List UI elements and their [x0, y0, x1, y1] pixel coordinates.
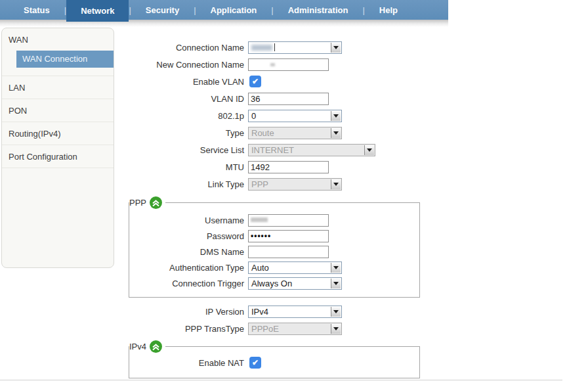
dms-name-input[interactable]: [248, 246, 329, 258]
sidebar-item-lan[interactable]: LAN: [2, 76, 114, 99]
dropdown-arrow-icon: [331, 179, 341, 189]
vlan-id-value: 36: [251, 94, 260, 104]
redacted-text: [251, 45, 272, 51]
redacted-text: [270, 63, 275, 66]
type-value: Route: [251, 128, 274, 138]
new-connection-name-input[interactable]: [248, 58, 329, 71]
sidebar-group-port-config: Port Configuration: [2, 145, 114, 168]
dropdown-arrow-icon: [331, 324, 341, 334]
link-type-select: PPP: [248, 178, 342, 191]
sidebar-group-lan: LAN: [2, 76, 114, 99]
form-row: PPP TransType PPPoE: [0, 320, 588, 337]
form-row: Authentication Type Auto: [129, 260, 419, 275]
collapse-section-icon[interactable]: [150, 340, 162, 353]
authentication-type-label: Authentication Type: [129, 263, 248, 273]
enable-vlan-checkbox[interactable]: ✔: [249, 76, 261, 87]
sidebar-item-wan-connection[interactable]: WAN Connection: [16, 51, 114, 68]
mtu-value: 1492: [251, 162, 270, 172]
sidebar-item-routing-ipv4[interactable]: Routing(IPv4): [2, 122, 114, 145]
tab-status[interactable]: Status: [9, 0, 64, 20]
service-list-select: INTERNET: [248, 144, 375, 156]
8021p-select[interactable]: 0: [248, 110, 342, 122]
ip-version-value: IPv4: [251, 307, 268, 317]
type-select: Route: [248, 127, 342, 139]
8021p-value: 0: [251, 111, 256, 121]
sidebar-group-routing: Routing(IPv4): [2, 122, 114, 145]
form-row: IP Version IPv4: [0, 303, 588, 320]
sidebar-group-pon: PON: [2, 99, 114, 122]
form-row: DMS Name: [129, 244, 419, 260]
sidebar-item-port-configuration[interactable]: Port Configuration: [2, 145, 114, 168]
checkmark-icon: ✔: [252, 358, 259, 367]
tab-administration[interactable]: Administration: [274, 0, 363, 20]
tab-network[interactable]: Network: [66, 0, 129, 22]
sidebar: WAN WAN Connection LAN PON Routing(IPv4)…: [1, 28, 114, 268]
link-type-value: PPP: [251, 179, 268, 189]
password-input[interactable]: ••••••: [248, 230, 329, 242]
password-value: ••••••: [251, 231, 271, 240]
form-row: Enable NAT ✔: [129, 355, 419, 371]
dropdown-arrow-icon[interactable]: [331, 43, 341, 53]
tab-security[interactable]: Security: [131, 0, 194, 20]
password-label: Password: [129, 231, 248, 241]
service-list-value: INTERNET: [251, 145, 294, 155]
enable-nat-checkbox[interactable]: ✔: [249, 357, 261, 369]
dropdown-arrow-icon: [331, 128, 341, 138]
sidebar-item-wan[interactable]: WAN: [2, 28, 114, 51]
dms-name-label: DMS Name: [129, 247, 248, 257]
ip-version-label: IP Version: [0, 307, 248, 317]
collapse-section-icon[interactable]: [150, 196, 162, 209]
authentication-type-value: Auto: [251, 263, 269, 273]
dropdown-arrow-icon[interactable]: [331, 263, 341, 273]
connection-trigger-select[interactable]: Always On: [248, 277, 342, 290]
checkmark-icon: ✔: [252, 77, 259, 86]
tab-help[interactable]: Help: [365, 0, 412, 20]
dropdown-arrow-icon[interactable]: [331, 279, 341, 288]
ppp-transtype-select: PPPoE: [248, 323, 342, 335]
username-input[interactable]: [248, 214, 329, 227]
authentication-type-select[interactable]: Auto: [248, 261, 342, 274]
text-caret: [274, 43, 275, 51]
ppp-transtype-label: PPP TransType: [0, 324, 248, 334]
enable-nat-label: Enable NAT: [129, 358, 248, 368]
ipv4-section-legend: IPv4: [129, 340, 165, 353]
username-label: Username: [129, 215, 248, 225]
vlan-id-input[interactable]: 36: [248, 93, 329, 105]
redacted-text: [251, 217, 268, 222]
bottom-divider: [0, 380, 562, 380]
ipv4-legend-text: IPv4: [129, 342, 146, 351]
sidebar-item-pon[interactable]: PON: [2, 99, 114, 122]
dropdown-arrow-icon: [364, 145, 374, 155]
form-row: Connection Trigger Always On: [129, 275, 419, 291]
connection-trigger-label: Connection Trigger: [129, 279, 248, 288]
dropdown-arrow-icon[interactable]: [331, 307, 341, 317]
top-navbar: Status | Network | Security | Applicatio…: [0, 0, 448, 20]
ppp-transtype-value: PPPoE: [251, 324, 279, 334]
ip-version-select[interactable]: IPv4: [248, 306, 342, 318]
form-row: Username: [129, 212, 419, 228]
ipv4-section: IPv4 Enable NAT ✔: [129, 346, 420, 378]
connection-name-select[interactable]: [248, 41, 342, 54]
dropdown-arrow-icon[interactable]: [331, 111, 341, 121]
sidebar-group-wan: WAN WAN Connection: [2, 28, 114, 76]
ppp-section-legend: PPP: [129, 196, 165, 209]
mtu-input[interactable]: 1492: [248, 161, 329, 173]
ppp-section: PPP Username Password •••••• DMS Name: [129, 202, 420, 298]
tab-application[interactable]: Application: [196, 0, 272, 20]
form-row: Password ••••••: [129, 228, 419, 244]
connection-trigger-value: Always On: [251, 279, 292, 288]
ppp-legend-text: PPP: [129, 198, 146, 208]
